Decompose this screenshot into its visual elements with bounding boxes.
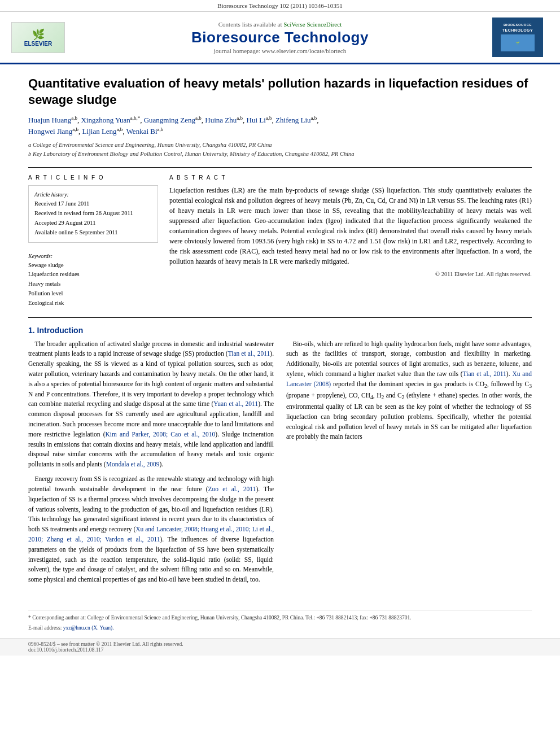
paper-content: Quantitative evaluation of heavy metals'… [0,64,560,601]
email-line: E-mail address: yxz@hnu.cn (X. Yuan). [28,624,532,632]
body-p3: Bio-oils, which are refined to high qual… [286,339,532,443]
cite-yuan2011: Yuan et al., 2011 [213,400,258,407]
bioresource-logo: BIORESOURCE TECHNOLOGY 🌱 [492,18,543,57]
elsevier-logo-container: 🌿 ELSEVIER [11,22,68,53]
keyword-5: Ecological risk [28,299,158,308]
author-guangming: Guangming Zeng [144,116,195,125]
topbar: Bioresource Technology 102 (2011) 10346–… [0,0,560,12]
body-p2: Energy recovery from SS is recognized as… [28,474,274,585]
article-info-heading: A R T I C L E I N F O [28,174,158,181]
footer: * Corresponding author at: College of En… [28,610,532,632]
author-hui: Hui Li [247,116,266,125]
sciverse-link[interactable]: SciVerse ScienceDirect [283,21,342,28]
topbar-text: Bioresource Technology 102 (2011) 10346–… [217,2,343,9]
author-lijian: Lijian Leng [82,127,117,136]
authors: Huajun Huanga,b, Xingzhong Yuana,b,*, Gu… [28,115,532,137]
article-history-box: Article history: Received 17 June 2011 R… [28,185,158,242]
abstract-text: Liquefaction residues (LR) are the main … [169,185,532,267]
keywords-label: Keywords: [28,252,158,261]
footnote-star: * Corresponding author at: College of En… [28,614,532,622]
keyword-3: Heavy metals [28,279,158,289]
body-two-col: The broader application of activated slu… [28,339,532,590]
abstract-col: A B S T R A C T Liquefaction residues (L… [169,174,532,310]
received-date: Received 17 June 2011 [34,199,152,209]
author-zhifeng: Zhifeng Liu [275,116,310,125]
section-title: 1. Introduction [28,326,532,335]
article-info-abstract: A R T I C L E I N F O Article history: R… [28,174,532,310]
sciverse-line: Contents lists available at SciVerse Sci… [73,21,487,28]
cite-zuo2011: Zuo et al., 2011 [208,486,256,492]
available-date: Available online 5 September 2011 [34,228,152,238]
section-introduction: 1. Introduction The broader application … [28,326,532,590]
keywords-box: Keywords: Sewage sludge Liquefaction res… [28,250,158,311]
affiliation-a: a College of Environmental Science and E… [28,141,532,150]
accepted-date: Accepted 29 August 2011 [34,219,152,228]
email-label: E-mail address: [28,625,62,631]
author-xingzhong: Xingzhong Yuan [81,116,130,125]
footer-bar: 0960-8524/$ – see front matter © 2011 El… [0,638,560,656]
journal-center-info: Contents lists available at SciVerse Sci… [73,21,487,54]
doi: doi:10.1016/j.biortech.2011.08.117 [28,647,532,653]
cite-tian2011: Tian et al., 2011 [228,350,270,357]
elsevier-logo: 🌿 ELSEVIER [11,22,65,53]
body-p1: The broader application of activated slu… [28,339,274,470]
email-value: yxz@hnu.cn (X. Yuan). [63,625,114,631]
affiliation-b: b Key Laboratory of Environment Biology … [28,150,532,159]
cite-xu-lancaster: Xu and Lancaster, 2008; Huang et al., 20… [28,526,274,543]
keyword-1: Sewage sludge [28,261,158,270]
affiliations: a College of Environmental Science and E… [28,141,532,159]
cite-tian2011-2: Tian et al., 2011 [463,370,506,377]
body-col-left: The broader application of activated slu… [28,339,274,590]
author-huina: Huina Zhu [205,116,237,125]
abstract-heading: A B S T R A C T [169,174,532,181]
revised-date: Received in revised form 26 August 2011 [34,209,152,219]
paper-title: Quantitative evaluation of heavy metals'… [28,76,532,108]
homepage-line: journal homepage: www.elsevier.com/locat… [73,47,487,54]
bioresource-logo-container: BIORESOURCE TECHNOLOGY 🌱 [492,18,549,57]
keyword-4: Pollution level [28,289,158,299]
journal-header: 🌿 ELSEVIER Contents lists available at S… [0,12,560,64]
author-hongwei: Hongwei Jiang [28,127,72,136]
author-wenkai: Wenkai Bi [126,127,158,136]
copyright-line: © 2011 Elsevier Ltd. All rights reserved… [169,271,532,277]
history-label: Article history: [34,190,152,199]
cite-kim-parker: Kim and Parker, 2008; Cao et al., 2010 [105,431,215,438]
body-col-right: Bio-oils, which are refined to high qual… [286,339,532,590]
divider-top [28,167,532,168]
cite-mondala: Mondala et al., 2009 [106,461,160,468]
article-info-col: A R T I C L E I N F O Article history: R… [28,174,158,310]
doi-line: 0960-8524/$ – see front matter © 2011 El… [28,641,532,647]
journal-title: Bioresource Technology [73,29,487,46]
divider-body [28,317,532,318]
keyword-2: Liquefaction residues [28,270,158,279]
author-huajun: Huajun Huang [28,116,71,125]
